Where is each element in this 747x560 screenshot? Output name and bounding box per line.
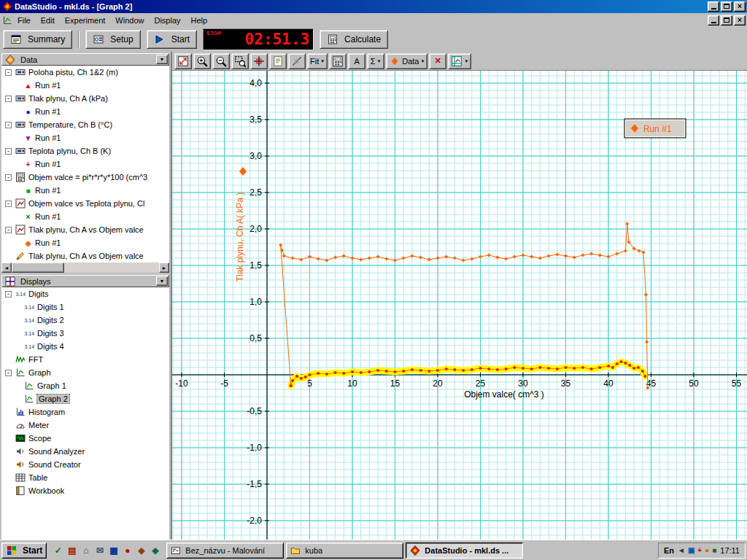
child-close-button[interactable]: ×	[734, 15, 746, 26]
data-run-6[interactable]: ◆Run #1	[1, 236, 169, 249]
display-item-fft[interactable]: FFT	[1, 353, 169, 366]
svg-text:5: 5	[307, 378, 312, 389]
tools-icon[interactable]: ◈	[149, 544, 161, 557]
display-item-graph-2[interactable]: Graph 2	[1, 392, 169, 405]
graph-settings-button[interactable]: ▼	[448, 53, 471, 69]
menu-display[interactable]: Display	[149, 14, 185, 27]
tree-expander[interactable]: -	[5, 227, 12, 233]
setup-button[interactable]: Setup	[85, 30, 140, 49]
fit-menu-button[interactable]: Fit▼	[307, 53, 328, 69]
close-button[interactable]: ×	[734, 1, 746, 12]
display-item-graph[interactable]: -Graph	[1, 366, 169, 379]
data-run-3[interactable]: +Run #1	[1, 158, 169, 171]
data-run-2[interactable]: ▼Run #1	[1, 131, 169, 144]
network-icon[interactable]: ■	[712, 546, 716, 554]
start-button[interactable]: Start	[147, 30, 197, 49]
data-tree-hscrollbar[interactable]: ◄ ►	[1, 262, 169, 273]
child-restore-button[interactable]	[721, 15, 732, 26]
mail-icon[interactable]: ✉	[93, 544, 106, 557]
graph-plot-area[interactable]: -10-55101520253035404550554,03,53,02,52,…	[172, 71, 747, 540]
slope-tool-button[interactable]	[288, 53, 306, 69]
calculate-tool-button[interactable]	[329, 53, 347, 69]
scheduler-icon[interactable]: ●	[705, 546, 709, 554]
tree-expander[interactable]: -	[5, 148, 12, 155]
zoom-in-button[interactable]	[193, 53, 211, 69]
data-item-teplota-plynu-ch-b-k-3[interactable]: -Teplota plynu, Ch B (K)	[1, 144, 169, 158]
player-icon[interactable]: ◆	[135, 544, 147, 557]
display-item-digits-2[interactable]: 3.14Digits 2	[1, 314, 169, 327]
text-tool-button[interactable]: A	[348, 53, 365, 69]
data-run-0[interactable]: ▲Run #1	[1, 79, 169, 92]
scrollbar-track[interactable]	[12, 262, 159, 273]
menu-window[interactable]: Window	[110, 14, 149, 27]
display-item-workbook[interactable]: Workbook	[1, 484, 169, 497]
browser-icon[interactable]: ●	[121, 544, 133, 557]
smart-tool-button[interactable]	[250, 53, 268, 69]
home-icon[interactable]: ⌂	[80, 544, 92, 557]
displays-panel-dropdown-button[interactable]: ▼	[156, 276, 168, 286]
scroll-right-button[interactable]: ►	[159, 262, 169, 273]
summary-button[interactable]: Summary	[3, 30, 72, 49]
zoom-select-button[interactable]	[231, 53, 249, 69]
menu-file[interactable]: File	[12, 14, 36, 27]
menu-edit[interactable]: Edit	[36, 14, 60, 27]
tree-expander[interactable]: -	[5, 96, 12, 102]
display-item-table[interactable]: Table	[1, 471, 169, 484]
data-item-tlak-plynu-ch-a-vs-objem-valce-7[interactable]: Tlak plynu, Ch A vs Objem valce	[1, 249, 169, 262]
data-item-objem-valce-vs-teplota-plynu-cl-5[interactable]: -Objem valce vs Teplota plynu, Cl	[1, 197, 169, 210]
scale-to-fit-button[interactable]	[174, 53, 192, 69]
data-run-1[interactable]: ●Run #1	[1, 105, 169, 118]
zoom-out-button[interactable]	[212, 53, 230, 69]
display-icon[interactable]: ▣	[688, 546, 694, 554]
menu-help[interactable]: Help	[186, 14, 213, 27]
display-item-scope[interactable]: Scope	[1, 432, 169, 445]
data-item-objem-valce-pi-r-r-y-100-cm-3-4[interactable]: -Objem valce = pi*r*r*y*100 (cm^3	[1, 171, 169, 184]
task-datastudio-mkl-ds[interactable]: DataStudio - mkl.ds ...	[406, 542, 523, 559]
display-item-graph-1[interactable]: Graph 1	[1, 379, 169, 392]
spreadsheet-icon[interactable]: ▦	[107, 544, 120, 557]
data-panel-dropdown-button[interactable]: ▼	[156, 55, 168, 64]
data-item-temperature-ch-b-c-2[interactable]: -Temperature, Ch B (°C)	[1, 118, 169, 131]
volume-icon[interactable]: ◄	[678, 546, 685, 554]
display-item-digits-1[interactable]: 3.14Digits 1	[1, 300, 169, 314]
note-tool-button[interactable]	[269, 53, 287, 69]
display-item-histogram[interactable]: Histogram	[1, 405, 169, 419]
antivirus-icon[interactable]: +	[697, 546, 702, 554]
child-minimize-button[interactable]	[708, 15, 719, 26]
data-item-tlak-plynu-ch-a-vs-objem-valce-6[interactable]: -Tlak plynu, Ch A vs Objem valce	[1, 223, 169, 236]
display-item-digits-4[interactable]: 3.14Digits 4	[1, 340, 169, 353]
start-menu-button[interactable]: Start	[1, 542, 47, 559]
statistics-menu-button[interactable]: Σ▼	[367, 53, 384, 69]
data-run-4[interactable]: ■Run #1	[1, 184, 169, 197]
scroll-left-button[interactable]: ◄	[1, 262, 12, 273]
tree-expander[interactable]: -	[5, 201, 12, 207]
graph-canvas[interactable]: -10-55101520253035404550554,03,53,02,52,…	[172, 71, 747, 540]
task-check-icon[interactable]: ✓	[52, 544, 64, 557]
minimize-button[interactable]	[708, 1, 719, 12]
scrollbar-thumb[interactable]	[12, 262, 64, 273]
display-item-meter[interactable]: Meter	[1, 419, 169, 432]
tree-expander[interactable]: -	[5, 174, 12, 181]
data-run-5[interactable]: ×Run #1	[1, 210, 169, 223]
display-item-digits[interactable]: -3.14Digits	[1, 287, 169, 300]
tree-expander[interactable]: -	[5, 122, 12, 128]
display-item-digits-3[interactable]: 3.14Digits 3	[1, 327, 169, 340]
tree-expander[interactable]: -	[5, 291, 12, 298]
document-icon[interactable]: ▤	[66, 544, 78, 557]
maximize-button[interactable]	[721, 1, 732, 12]
keyboard-layout-indicator[interactable]: En	[664, 546, 674, 555]
delete-button[interactable]: ✕	[429, 53, 446, 69]
display-item-sound-creator[interactable]: Sound Creator	[1, 458, 169, 471]
task-kuba[interactable]: kuba	[286, 542, 403, 559]
document-window-icon[interactable]	[1, 15, 12, 26]
data-menu-button[interactable]: Data▼	[386, 53, 427, 69]
data-item-poloha-pistu-ch-1-2-m-0[interactable]: -Poloha pistu, Ch 1&2 (m)	[1, 66, 169, 79]
legend[interactable]: Run #1	[624, 119, 686, 138]
menu-experiment[interactable]: Experiment	[60, 14, 111, 27]
data-item-tlak-plynu-ch-a-kpa-1[interactable]: -Tlak plynu, Ch A (kPa)	[1, 92, 169, 105]
tree-expander[interactable]: -	[5, 370, 12, 376]
task-bez-n-zvu-malov-n[interactable]: Bez_názvu - Malování	[166, 542, 284, 559]
calculate-button[interactable]: Calculate	[320, 30, 388, 49]
display-item-sound-analyzer[interactable]: Sound Analyzer	[1, 445, 169, 458]
tree-expander[interactable]: -	[5, 69, 12, 76]
